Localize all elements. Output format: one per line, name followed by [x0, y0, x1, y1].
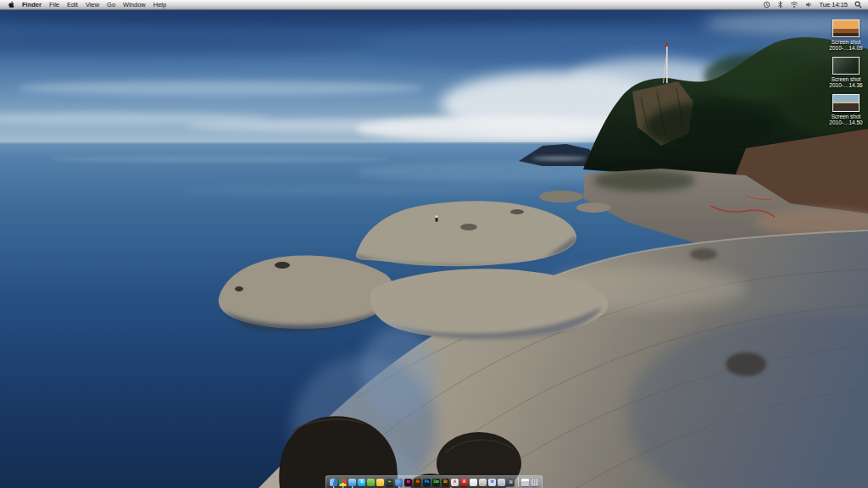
adobe-reader-icon: A [460, 479, 468, 486]
skype-icon: S [358, 479, 365, 486]
dock-item-chrome[interactable] [339, 478, 347, 486]
time-machine-menu-extra[interactable] [763, 1, 771, 8]
wifi-menu-extra[interactable] [790, 1, 798, 8]
spotlight-search-icon [854, 1, 862, 8]
dock-item-trash[interactable] [531, 478, 538, 486]
desktop-icon-column: Screen shot2010-…14.09 Screen shot2010-…… [826, 19, 865, 125]
menu-bar: Finder File Edit View Go Window Help [0, 0, 868, 10]
menu-help[interactable]: Help [153, 1, 166, 8]
menu-view[interactable]: View [86, 1, 99, 8]
volume-menu-extra[interactable] [805, 1, 813, 8]
dock-item-utility[interactable] [498, 478, 505, 486]
menu-window[interactable]: Window [123, 1, 146, 8]
dock: S ❧ Id Ai Ps [326, 475, 542, 488]
office-app-icon [479, 479, 487, 486]
firefox-icon [395, 479, 403, 486]
volume-icon [805, 1, 813, 8]
dreamweaver-icon: Dw [432, 479, 440, 486]
screenshot-thumbnail [832, 57, 860, 75]
menu-go[interactable]: Go [107, 1, 115, 8]
dock-item-illustrator[interactable]: Ai [414, 478, 421, 486]
file-label: Screen shot2010-…14.36 [829, 76, 862, 88]
file-label: Screen shot2010-…14.50 [829, 114, 862, 125]
menu-edit[interactable]: Edit [67, 1, 78, 8]
dock-item-coda[interactable]: ❧ [386, 478, 393, 486]
utility-app-icon [498, 479, 505, 486]
dock-item-photoshop[interactable]: Ps [423, 478, 431, 486]
app-menu-finder[interactable]: Finder [22, 1, 42, 8]
dock-item-skype[interactable]: S [358, 478, 365, 486]
cyberduck-icon [376, 479, 384, 486]
dock-item-remote-desktop[interactable]: ▦ [507, 478, 515, 486]
bluetooth-icon [777, 1, 783, 8]
dock-item-office-document[interactable] [470, 478, 477, 486]
desktop-file-screenshot-1450[interactable]: Screen shot2010-…14.50 [826, 94, 865, 125]
adium-icon [367, 479, 375, 486]
bluetooth-menu-extra[interactable] [777, 1, 783, 8]
wifi-icon [790, 1, 798, 8]
bridge-icon: Br [442, 479, 449, 486]
office-document-icon [470, 479, 477, 486]
dock-item-minimized-window[interactable] [521, 478, 529, 486]
trash-icon [531, 479, 538, 486]
screenshot-thumbnail [832, 94, 860, 112]
dock-item-dreamweaver[interactable]: Dw [432, 478, 440, 486]
dock-item-cyberduck[interactable] [376, 478, 384, 486]
indesign-icon: Id [404, 479, 412, 486]
dock-item-firefox[interactable] [395, 478, 403, 486]
dock-item-finder[interactable] [330, 478, 337, 486]
menu-file[interactable]: File [49, 1, 59, 8]
menu-bar-clock[interactable]: Tue 14:15 [820, 1, 849, 8]
illustrator-icon: Ai [414, 479, 421, 486]
spotlight-button[interactable] [854, 1, 862, 8]
file-label: Screen shot2010-…14.09 [829, 39, 862, 51]
chrome-icon [339, 479, 347, 486]
desktop: Finder File Edit View Go Window Help [0, 0, 868, 488]
dock-item-adium[interactable] [367, 478, 375, 486]
dock-item-office-app[interactable] [479, 478, 487, 486]
dock-item-word[interactable]: W [488, 478, 496, 486]
dock-item-bridge[interactable]: Br [442, 478, 449, 486]
remote-desktop-icon: ▦ [507, 479, 515, 486]
time-machine-icon [763, 1, 771, 8]
screenshot-thumbnail [832, 19, 860, 37]
apple-menu[interactable] [8, 1, 14, 8]
wallpaper-image [0, 0, 868, 488]
acrobat-icon: A [451, 479, 459, 486]
desktop-file-screenshot-1409[interactable]: Screen shot2010-…14.09 [826, 19, 865, 51]
word-icon: W [488, 479, 496, 486]
dock-item-acrobat[interactable]: A [451, 478, 459, 486]
desktop-file-screenshot-1436[interactable]: Screen shot2010-…14.36 [826, 57, 865, 88]
dock-item-indesign[interactable]: Id [404, 478, 412, 486]
ichat-icon [348, 479, 356, 486]
minimized-window-icon [521, 479, 529, 486]
dock-item-adobe-reader[interactable]: A [460, 478, 468, 486]
dock-divider [518, 478, 519, 486]
coda-icon: ❧ [386, 479, 393, 486]
dock-item-ichat[interactable] [348, 478, 356, 486]
photoshop-icon: Ps [423, 479, 431, 486]
apple-logo-icon [8, 1, 14, 8]
finder-icon [330, 479, 337, 486]
